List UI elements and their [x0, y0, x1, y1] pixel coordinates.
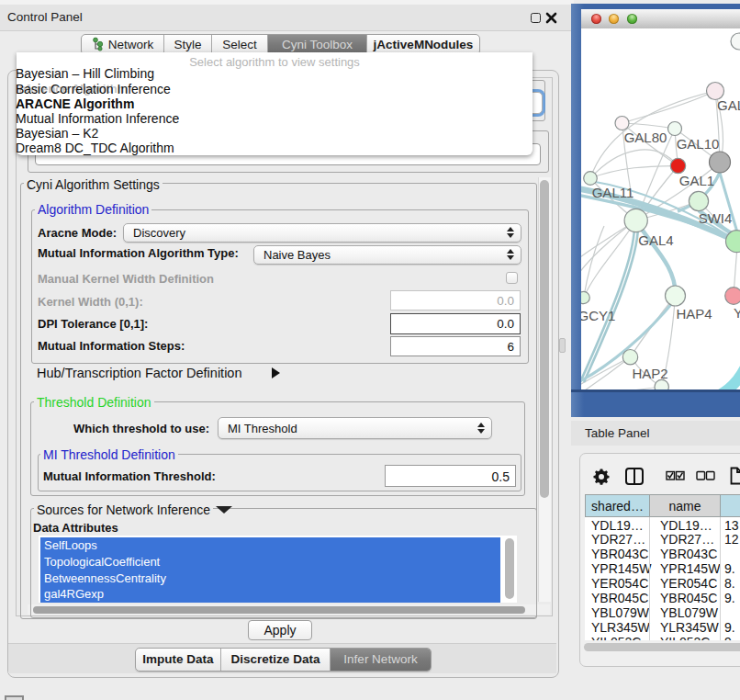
svg-text:HAP2: HAP2 — [632, 366, 667, 381]
svg-text:GAL11: GAL11 — [592, 185, 634, 200]
svg-text:GAL10: GAL10 — [677, 136, 720, 152]
svg-text:GAL80: GAL80 — [624, 130, 667, 145]
svg-text:GAL4: GAL4 — [638, 232, 673, 248]
svg-text:Y: Y — [734, 305, 740, 321]
svg-text:GAL1: GAL1 — [679, 173, 714, 188]
svg-text:HAP4: HAP4 — [676, 306, 712, 322]
svg-text:GAL: GAL — [717, 97, 740, 113]
svg-text:GCY1: GCY1 — [581, 308, 615, 323]
svg-text:SWI4: SWI4 — [699, 210, 733, 226]
